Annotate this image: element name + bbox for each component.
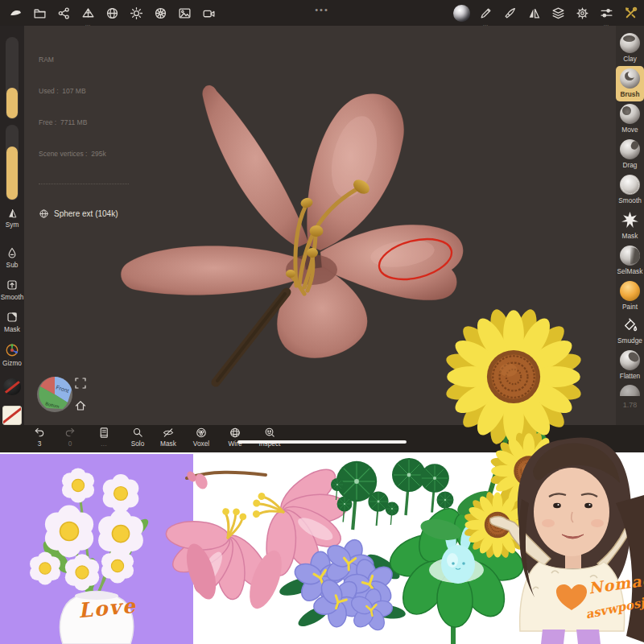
neck <box>565 554 581 568</box>
camera-icon[interactable] <box>196 0 221 26</box>
symmetry-triangle-icon <box>6 208 19 219</box>
stem-shade <box>217 294 285 381</box>
radius-slider-handle[interactable] <box>6 88 18 118</box>
color-none-swatch[interactable] <box>2 406 22 425</box>
gizmo-axes-icon <box>5 343 19 357</box>
voxel-button[interactable]: Voxel <box>186 427 217 448</box>
undo-button[interactable]: 3 <box>24 427 55 448</box>
gizmo-tool-button[interactable]: Gizmo <box>2 343 22 367</box>
clover-bunny-image <box>384 502 528 644</box>
more-dots: … <box>483 22 489 26</box>
tool-flatten[interactable]: Flatten <box>616 348 644 383</box>
petal-upper-left <box>203 85 308 247</box>
signature-nomad-text: Nomad <box>588 570 644 597</box>
tool-partial[interactable] <box>620 385 640 396</box>
material-ball-icon[interactable] <box>449 0 473 26</box>
tool-mask[interactable]: Mask <box>616 208 644 243</box>
material-none-swatch[interactable] <box>3 378 21 396</box>
bottom-toolbar: 3 0 … Solo Mask Voxel Wire Inspect <box>0 425 644 452</box>
settings-gear-icon[interactable] <box>570 0 594 26</box>
eye-slash-icon <box>162 427 175 439</box>
face <box>534 468 609 556</box>
mask-label: Mask <box>4 325 20 333</box>
intensity-slider-handle[interactable] <box>6 147 18 200</box>
paint-sphere-icon <box>620 281 640 301</box>
hair-side <box>616 495 644 642</box>
more-menu-dots[interactable]: ••• <box>315 5 329 14</box>
symmetry-toggle[interactable]: Sym <box>6 208 19 229</box>
box-arrow-up-icon <box>6 279 19 291</box>
gizmo-label: Gizmo <box>2 359 22 367</box>
nomad-logo-icon[interactable] <box>3 0 27 26</box>
shirt <box>520 562 625 631</box>
debug-tools-icon[interactable] <box>618 0 642 26</box>
redo-count: 0 <box>68 440 72 448</box>
scene-object-label: Sphere ext (104k) <box>54 208 118 219</box>
layers-icon[interactable] <box>546 0 570 26</box>
tool-clay[interactable]: Clay <box>616 31 644 66</box>
mask-splat-icon <box>620 210 640 230</box>
home-icon[interactable] <box>74 399 87 412</box>
sliders-icon[interactable]: … <box>594 0 618 26</box>
wireframe-sphere-icon <box>229 427 242 439</box>
smooth-tool-button[interactable]: Smooth <box>1 279 24 301</box>
pencil-icon[interactable]: … <box>473 0 497 26</box>
lighting-sun-icon[interactable] <box>124 0 148 26</box>
tool-move[interactable]: Move <box>616 101 644 137</box>
sub-label: Sub <box>6 261 19 269</box>
image-icon[interactable] <box>172 0 196 26</box>
more-dots: … <box>604 22 609 26</box>
voxel-sphere-icon <box>195 427 208 439</box>
home-indicator-bar[interactable] <box>237 440 407 444</box>
solo-button[interactable]: Solo <box>122 427 153 448</box>
tool-smooth[interactable]: Smooth <box>616 172 644 208</box>
journal-more-dots: … <box>101 440 107 448</box>
tool-brush-active[interactable]: Brush <box>616 66 644 101</box>
violet-bouquet-image <box>277 531 406 638</box>
move-sphere-icon <box>620 104 640 124</box>
sculpt-model-flower <box>113 60 483 398</box>
intensity-slider[interactable] <box>6 125 19 200</box>
journal-icon <box>97 427 110 439</box>
mask-tool-button[interactable]: Mask <box>4 311 20 333</box>
journal-button[interactable]: … <box>89 427 119 448</box>
clay-sphere-icon <box>620 33 640 53</box>
more-dots: … <box>85 22 91 26</box>
fullscreen-icon[interactable] <box>74 377 87 390</box>
paintbrush-icon[interactable] <box>497 0 522 26</box>
matcap-sphere-icon[interactable] <box>100 0 124 26</box>
radius-slider[interactable] <box>6 37 19 119</box>
tool-paint[interactable]: Paint <box>616 279 644 314</box>
inspect-button[interactable]: Inspect <box>254 427 285 448</box>
undo-icon <box>33 427 46 439</box>
mask-view-button[interactable]: Mask <box>153 427 184 448</box>
sculpt-viewport[interactable]: RAM Used : 107 MB Free : 7711 MB Scene v… <box>24 26 616 425</box>
redo-button[interactable]: 0 <box>55 427 85 448</box>
redo-icon <box>64 427 76 439</box>
environment-sphere-icon[interactable] <box>148 0 172 26</box>
zoom-level-value: 1.78 <box>623 401 638 409</box>
drawn-arms <box>490 516 644 568</box>
box-flag-icon <box>6 311 19 324</box>
orientation-sphere[interactable]: Front Bottom <box>35 375 74 414</box>
tool-smudge[interactable]: Smudge <box>616 314 644 348</box>
tool-selmask[interactable]: SelMask <box>616 243 644 279</box>
water-drop-icon <box>6 246 19 259</box>
smooth-sphere-icon <box>620 175 640 195</box>
smudge-bucket-icon <box>621 316 639 335</box>
face-features <box>542 493 604 539</box>
right-tool-list: Clay Brush Move Drag Smooth Mask SelMask… <box>616 26 644 425</box>
sub-tool-button[interactable]: Sub <box>6 246 19 269</box>
face-magnifier-icon <box>263 427 276 439</box>
folder-icon[interactable] <box>27 0 52 26</box>
symmetry-mirror-icon[interactable] <box>522 0 546 26</box>
share-nodes-icon[interactable] <box>52 0 76 26</box>
wire-button[interactable]: Wire <box>220 427 250 448</box>
tool-drag[interactable]: Drag <box>616 137 644 172</box>
pants <box>541 630 601 644</box>
topology-icon[interactable]: … <box>76 0 100 26</box>
top-toolbar: … ••• … <box>0 0 644 26</box>
flatten-sphere-icon <box>620 350 640 370</box>
petal-left <box>121 246 307 295</box>
disabled-slash-icon <box>3 378 21 396</box>
